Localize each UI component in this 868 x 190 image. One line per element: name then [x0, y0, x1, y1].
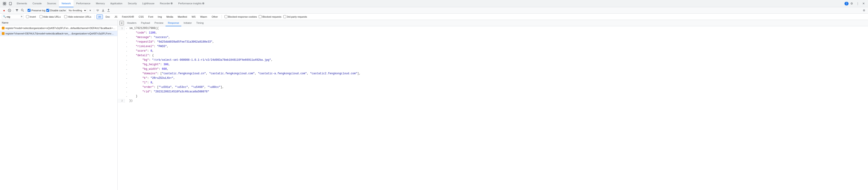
tab-right-controls: 2 ⚙ ⋮ ✕ — [844, 1, 866, 6]
response-tab-initiator[interactable]: Initiator — [181, 20, 194, 26]
network-toolbar: ● Preserve log Disable cache No throttli… — [0, 7, 868, 13]
json-line: - "score": 0, — [118, 49, 868, 53]
tab-sources[interactable]: Sources — [44, 0, 59, 7]
toolbar-sep-3 — [94, 8, 94, 12]
blocked-requests-filter[interactable]: Blocked requests — [259, 15, 281, 18]
clear-btn[interactable] — [7, 8, 12, 13]
network-settings-btn[interactable]: ⚙ — [862, 8, 866, 13]
filter-sep-1 — [94, 15, 95, 19]
disable-cache-checkbox[interactable]: Disable cache — [46, 9, 66, 12]
json-line: - "detail": { — [118, 53, 868, 58]
more-options-btn[interactable]: ⋮ — [855, 1, 860, 6]
response-content[interactable]: 1 - sm_1702129517980({ - "code": 1100, -… — [118, 26, 868, 190]
svg-point-7 — [171, 3, 172, 4]
json-line: - "message": "success", — [118, 35, 868, 40]
preserve-log-checkbox[interactable]: Preserve log — [28, 9, 45, 12]
tab-lighthouse[interactable]: Lighthouse — [140, 0, 157, 7]
tab-memory[interactable]: Memory — [93, 0, 107, 7]
json-line: - "bg_width": 600, — [118, 67, 868, 72]
svg-rect-4 — [9, 2, 11, 5]
main-area: Name register?model=select&organization=… — [0, 20, 868, 190]
request-list: Name register?model=select&organization=… — [0, 20, 118, 190]
svg-rect-0 — [3, 2, 4, 3]
json-line: - "domains": ["castatic.fengkongcloud.cn… — [118, 72, 868, 76]
list-item[interactable]: register?channel=DEFAULT&model=select&ca… — [0, 31, 117, 36]
tab-elements[interactable]: Elements — [14, 0, 30, 7]
record-btn[interactable]: ● — [2, 8, 6, 13]
search-btn[interactable] — [20, 8, 25, 13]
response-tab-timing[interactable]: Timing — [194, 20, 206, 26]
hide-ext-urls-checkbox[interactable]: Hide extension URLs — [63, 15, 92, 19]
search-icon: 🔍 — [3, 15, 6, 18]
request-type-icon — [2, 27, 4, 29]
filter-bar: 🔍 ✕ Invert Hide data URLs Hide extension… — [0, 13, 868, 20]
json-line: - "rid": "20231209214510fa3c46caca0a5080… — [118, 90, 868, 94]
throttle-select[interactable]: No throttling Fast 3G Slow 3G Offline — [67, 8, 87, 13]
json-line: - "order": ["\u591a", "\u53cc", "\u5468"… — [118, 85, 868, 90]
filter-type-img[interactable]: Img — [156, 15, 164, 19]
filter-type-doc[interactable]: Doc — [104, 15, 112, 19]
tab-application[interactable]: Application — [107, 0, 125, 7]
filter-type-font[interactable]: Font — [147, 15, 155, 19]
search-box: 🔍 ✕ — [2, 15, 24, 19]
tab-network[interactable]: Network — [59, 0, 73, 7]
json-line: - } — [118, 94, 868, 99]
device-icon[interactable] — [8, 1, 13, 6]
search-input[interactable] — [6, 16, 20, 18]
invert-filter-checkbox[interactable]: Invert — [25, 15, 37, 19]
response-panel: × Headers Payload Preview Response Initi… — [118, 20, 868, 190]
tab-security[interactable]: Security — [125, 0, 140, 7]
filter-type-all[interactable]: All — [97, 15, 103, 19]
wifi-icon-btn[interactable] — [95, 8, 100, 13]
json-line: - "bg": "/crb/select-set-000008-1.0.1-r1… — [118, 58, 868, 62]
filter-type-other[interactable]: Other — [210, 15, 220, 19]
tab-icons-left — [2, 1, 13, 6]
settings-icon-btn[interactable]: ⚙ — [849, 1, 855, 6]
close-devtools-btn[interactable]: ✕ — [861, 1, 866, 6]
filter-type-css[interactable]: CSS — [137, 15, 146, 19]
response-tab-payload[interactable]: Payload — [139, 20, 152, 26]
filter-type-wasm[interactable]: Wasm — [198, 15, 209, 19]
json-line: - "k": "2RruZG3uLXk=", — [118, 76, 868, 81]
throttle-presets-btn[interactable]: ▾ — [88, 8, 92, 13]
third-party-filter[interactable]: 3rd-party requests — [283, 15, 307, 18]
request-list-header: Name — [0, 20, 117, 25]
filter-type-media[interactable]: Media — [164, 15, 175, 19]
json-line: 2 }) — [118, 99, 868, 103]
badge-count: 2 — [844, 2, 848, 5]
svg-point-9 — [203, 3, 204, 4]
tab-recorder[interactable]: Recorder — [157, 0, 176, 7]
json-line: 1 - sm_1702129517980({ — [118, 26, 868, 31]
toolbar-sep-1 — [13, 8, 13, 12]
hide-data-urls-checkbox[interactable]: Hide data URLs — [38, 15, 62, 19]
filter-toggle-btn[interactable] — [15, 8, 19, 13]
response-tab-preview[interactable]: Preview — [152, 20, 165, 26]
request-name: register?channel=DEFAULT&model=select&ca… — [5, 32, 116, 35]
response-tab-response[interactable]: Response — [165, 20, 181, 26]
list-item[interactable]: register?model=select&organization=xQsKB… — [0, 25, 117, 31]
svg-point-12 — [21, 9, 23, 11]
tab-performance[interactable]: Performance — [73, 0, 93, 7]
inspect-icon[interactable] — [2, 1, 7, 6]
import-btn[interactable] — [101, 8, 105, 13]
filter-type-fetch-xhr[interactable]: Fetch/XHR — [120, 15, 136, 19]
svg-rect-2 — [3, 4, 4, 5]
search-clear-btn[interactable]: ✕ — [21, 16, 23, 18]
response-tabs: × Headers Payload Preview Response Initi… — [118, 20, 868, 26]
response-tab-headers[interactable]: Headers — [125, 20, 139, 26]
request-type-icon — [2, 32, 4, 35]
dev-tools-tabs: Elements Console Sources Network Perform… — [0, 0, 868, 7]
filter-type-manifest[interactable]: Manifest — [176, 15, 189, 19]
filter-type-js[interactable]: JS — [113, 15, 119, 19]
filter-type-ws[interactable]: WS — [190, 15, 197, 19]
svg-line-13 — [23, 11, 24, 11]
tab-performance-insights[interactable]: Performance insights — [176, 0, 207, 7]
json-line: - "code": 1100, — [118, 31, 868, 35]
blocked-cookies-filter[interactable]: Blocked response cookies — [224, 15, 257, 18]
close-panel-btn[interactable]: × — [119, 21, 124, 25]
svg-line-11 — [9, 10, 10, 11]
request-name: register?model=select&organization=xQsKB… — [5, 27, 116, 29]
tab-console[interactable]: Console — [30, 0, 44, 7]
json-line: - "riskLevel": "PASS", — [118, 45, 868, 49]
export-btn[interactable] — [106, 8, 111, 13]
